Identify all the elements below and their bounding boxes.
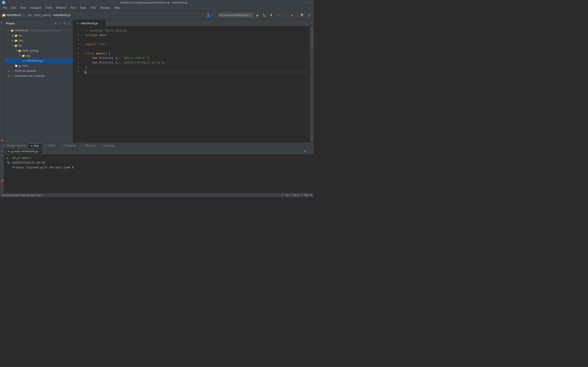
status-position[interactable]: 10:1	[285, 194, 290, 197]
bb-tab-run[interactable]: ▶ Run	[28, 143, 42, 148]
panel-close-btn[interactable]: ×	[67, 22, 71, 25]
debug-button[interactable]: 🐛	[262, 12, 267, 18]
run-config-dropdown[interactable]: ▼	[249, 14, 251, 16]
bb-tab-problems[interactable]: ⚠ Problems	[59, 143, 79, 148]
line-num-9: 9	[73, 65, 81, 70]
status-encoding[interactable]: UTF-8	[292, 194, 299, 197]
bb-tab-services[interactable]: ⚙ Services	[99, 143, 118, 148]
expand-arrow-scratches[interactable]: ▶	[8, 75, 10, 77]
stop-button[interactable]: ■	[289, 12, 295, 18]
right-sidebar-make[interactable]: make	[310, 134, 313, 142]
code-line-2: package main	[85, 33, 307, 38]
run-button[interactable]: ▶	[255, 12, 260, 18]
project-panel: Project ⊕ ≡ ⚙ × ▼ 📂 HelloWorld D:\projec…	[4, 20, 73, 142]
code-content[interactable]: // package Hello_golang package main imp…	[82, 27, 310, 142]
tree-label-pkg2: pkg	[26, 54, 30, 57]
up-btn[interactable]: ⬆	[0, 184, 4, 187]
tree-item-helloworld-root[interactable]: ▼ 📂 HelloWorld D:\project\goproject\Hell…	[4, 28, 73, 33]
tree-item-go-mod[interactable]: ▶ 📄 go.mod	[4, 63, 73, 68]
restart-btn[interactable]: ↺	[0, 149, 4, 153]
main-content: ◧ 🔖 Project ⊕ ≡ ⚙ × ▼ 📂 HelloWorld D:\pr…	[0, 20, 314, 142]
stop-btn[interactable]: ■	[0, 154, 4, 157]
tree-label-ext-libs: External Libraries	[15, 69, 36, 73]
right-sidebar-database[interactable]: Database	[310, 40, 313, 51]
tree-item-hello-golang[interactable]: ▼ 📂 Hello_golang	[4, 48, 73, 53]
window-controls[interactable]: − □ ×	[302, 1, 312, 4]
more-run-button[interactable]: ⋮	[282, 12, 288, 18]
tree-item-helloworld-go[interactable]: ▶ GO HelloWorld.go	[4, 58, 73, 63]
panel-options-btn[interactable]: ⚙	[63, 22, 66, 25]
menu-window[interactable]: Window	[98, 6, 112, 10]
collapse-all-btn[interactable]: ≡	[58, 22, 62, 25]
run-tab-close-btn[interactable]: ×	[39, 150, 41, 152]
locate-file-btn[interactable]: ⊕	[53, 22, 57, 25]
kw-func: func	[87, 51, 95, 56]
right-sidebar-notifications[interactable]: Notifications	[310, 26, 313, 40]
expand-arrow-pkg2[interactable]: ▶	[19, 55, 22, 57]
breadcrumb-helloworld-go[interactable]: HelloWorld.go	[53, 14, 70, 17]
menu-view[interactable]: View	[18, 6, 28, 10]
menu-vcs[interactable]: VCS	[88, 6, 98, 10]
tab-close-btn[interactable]: ×	[99, 22, 103, 25]
tree-item-pkg2[interactable]: ▶ 📁 pkg	[4, 53, 73, 58]
tree-item-bin[interactable]: ▶ 📁 bin	[4, 33, 73, 38]
settings-console-btn[interactable]: ⚙	[303, 149, 307, 153]
breadcrumb-src[interactable]: src	[28, 14, 32, 17]
expand-arrow-hello-golang[interactable]: ▼	[15, 50, 18, 52]
settings-button[interactable]: ⚙	[306, 12, 312, 18]
menu-file[interactable]: File	[1, 6, 9, 10]
menu-tools[interactable]: Tools	[78, 6, 88, 10]
menu-navigate[interactable]: Navigate	[28, 6, 43, 10]
run-config-selector[interactable]: ▶ go build HelloWorld.go ▼	[218, 13, 253, 17]
menu-edit[interactable]: Edit	[9, 6, 18, 10]
menu-refactor[interactable]: Refactor	[54, 6, 68, 10]
bb-tab-problems-label: Problems	[64, 144, 76, 147]
coverage-button[interactable]: ⚡	[268, 12, 274, 18]
project-panel-toggle[interactable]: ◧	[0, 21, 4, 24]
maximize-btn[interactable]: □	[305, 1, 308, 4]
expand-arrow-pkg[interactable]: ▶	[11, 40, 14, 42]
breadcrumb-hello-golang[interactable]: Hello_golang	[35, 14, 51, 17]
tree-item-pkg[interactable]: ▶ 📁 pkg	[4, 38, 73, 43]
line-numbers: 1 2 3 4 5 6 7 8 9 10	[73, 27, 82, 142]
status-vcs[interactable]: ⎇	[280, 194, 284, 197]
tree-item-scratches[interactable]: ▶ ✏ Scratches and Consoles	[4, 73, 73, 78]
fmt-println-1: fmt.Println( a…:	[85, 56, 123, 61]
tree-item-src[interactable]: ▼ 📂 src	[4, 43, 73, 48]
search-button[interactable]: 🔍	[300, 12, 305, 18]
code-line-6: ▶ func main () {	[85, 51, 307, 56]
close-btn[interactable]: ×	[309, 1, 312, 4]
project-dropdown-icon[interactable]: ▼	[22, 14, 24, 16]
ext-libs-icon: 🗄	[10, 69, 14, 73]
fmt-println-2: fmt.Println( a…:	[85, 60, 123, 65]
tab-helloworld-go[interactable]: GO HelloWorld.go ×	[73, 20, 106, 26]
run-tab-header: ▶ go build HelloWorld.go × ⚙ −	[4, 148, 314, 155]
tab-menu-btn[interactable]: ≡	[304, 23, 310, 26]
tree-label-helloworld-go: HelloWorld.go	[26, 59, 43, 62]
pin-btn[interactable]: 📌	[0, 179, 4, 183]
menu-help[interactable]: Help	[112, 6, 122, 10]
expand-arrow-ext-libs[interactable]: ▶	[8, 70, 10, 72]
user-icon[interactable]: 👤	[206, 13, 211, 17]
expand-arrow-bin[interactable]: ▶	[11, 34, 14, 37]
tree-item-ext-libs[interactable]: ▶ 🗄 External Libraries	[4, 68, 73, 73]
bb-tab-vcs[interactable]: ⎇ Version Control	[0, 143, 28, 148]
run-gutter-arrow[interactable]: ▶	[85, 52, 86, 56]
right-sidebar-check[interactable]: ✓	[310, 20, 313, 26]
expand-arrow-src[interactable]: ▼	[11, 44, 14, 47]
bookmarks-panel-toggle[interactable]: 🔖	[0, 139, 4, 142]
user-dropdown[interactable]: ▼	[211, 14, 213, 16]
code-comment-1: // package Hello_golang	[85, 28, 126, 33]
bb-tab-terminal[interactable]: >_ Terminal	[79, 143, 99, 148]
minimize-console-btn[interactable]: −	[308, 149, 312, 153]
menu-code[interactable]: Code	[43, 6, 54, 10]
expand-arrow-root[interactable]: ▼	[8, 29, 10, 32]
status-line-sep[interactable]: ↵ Tab: 4s	[301, 194, 312, 197]
profile-button[interactable]: ⊙	[275, 12, 281, 18]
menu-run[interactable]: Run	[69, 6, 78, 10]
run-tab-icon: ▶	[8, 150, 10, 152]
run-icon: ▶	[31, 144, 33, 147]
bb-tab-todo[interactable]: ☑ TODO	[42, 143, 58, 148]
minimize-btn[interactable]: −	[302, 1, 304, 4]
down-btn[interactable]: ⬇	[0, 188, 4, 192]
